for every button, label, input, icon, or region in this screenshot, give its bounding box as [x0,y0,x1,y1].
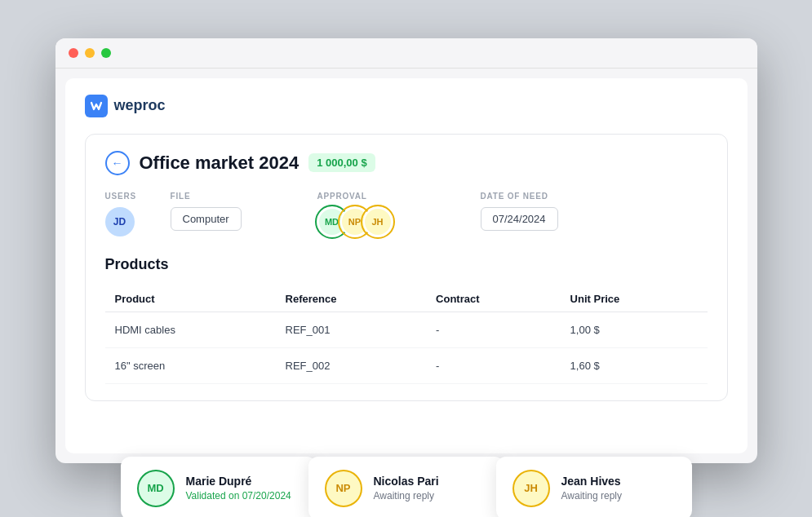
close-button[interactable] [69,48,78,58]
col-contract: Contract [426,286,561,312]
card-info-jean: Jean Hives Awaiting reply [561,475,622,502]
back-button[interactable]: ← [105,151,130,175]
approval-label: APPROVAL [317,192,481,201]
amount-badge: 1 000,00 $ [308,153,375,172]
approval-avatar-jh: JH [363,207,393,236]
card-avatar-jh: JH [512,470,550,507]
user-avatar: JD [105,207,135,236]
approval-card-marie: MD Marie Dupré Validated on 07/20/2024 [121,457,317,518]
col-unit-price: Unit Price [561,286,708,312]
card-status-nicolas: Awaiting reply [374,490,439,502]
card-name-nicolas: Nicolas Pari [374,475,439,488]
card-status-marie: Validated on 07/20/2024 [186,490,291,502]
meta-row: USERS JD FILE Computer APPROVAL MD NP JH [105,192,708,236]
card-name-marie: Marie Dupré [186,475,291,488]
maximize-button[interactable] [101,48,111,58]
card-name-jean: Jean Hives [561,475,622,488]
window-content: weproc ← Office market 2024 1 000,00 $ U… [65,78,748,453]
card-avatar-md: MD [137,470,175,507]
product-price: 1,00 $ [561,312,708,347]
card-status-jean: Awaiting reply [561,490,622,502]
approval-col: APPROVAL MD NP JH [317,192,481,236]
file-label: FILE [171,192,317,201]
product-contract: - [426,312,561,347]
card-info-marie: Marie Dupré Validated on 07/20/2024 [186,475,291,502]
date-col: DATE OF NEED 07/24/2024 [481,192,708,231]
app-header: weproc [85,95,728,117]
approval-avatars: MD NP JH [317,207,481,236]
minimize-button[interactable] [85,48,95,58]
table-row: HDMI cables REF_001 - 1,00 $ [105,312,708,347]
col-reference: Reference [276,286,427,312]
approval-card-nicolas: NP Nicolas Pari Awaiting reply [308,457,504,518]
col-product: Product [105,286,276,312]
product-price: 1,60 $ [561,347,708,383]
product-reference: REF_002 [276,347,427,383]
page-card: ← Office market 2024 1 000,00 $ USERS JD… [85,134,728,401]
file-value: Computer [171,207,242,231]
product-name: HDMI cables [105,312,276,347]
date-label: DATE OF NEED [481,192,708,201]
back-icon: ← [112,157,123,170]
card-info-nicolas: Nicolas Pari Awaiting reply [374,475,439,502]
title-row: ← Office market 2024 1 000,00 $ [105,151,708,175]
product-contract: - [426,347,561,383]
app-window: weproc ← Office market 2024 1 000,00 $ U… [55,38,757,463]
products-section-title: Products [105,256,708,273]
users-col: USERS JD [105,192,171,236]
approval-cards-container: MD Marie Dupré Validated on 07/20/2024 N… [88,457,725,518]
product-reference: REF_001 [276,312,427,347]
card-avatar-np: NP [325,470,362,507]
app-name: weproc [114,97,166,114]
page-title: Office market 2024 [140,152,300,174]
titlebar [55,38,757,68]
table-row: 16" screen REF_002 - 1,60 $ [105,347,708,383]
file-col: FILE Computer [171,192,317,231]
users-label: USERS [105,192,171,201]
date-value: 07/24/2024 [481,207,558,231]
products-table: Product Reference Contract Unit Price HD… [105,286,708,384]
product-name: 16" screen [105,347,276,383]
approval-card-jean: JH Jean Hives Awaiting reply [496,457,692,518]
logo-icon [85,95,108,117]
